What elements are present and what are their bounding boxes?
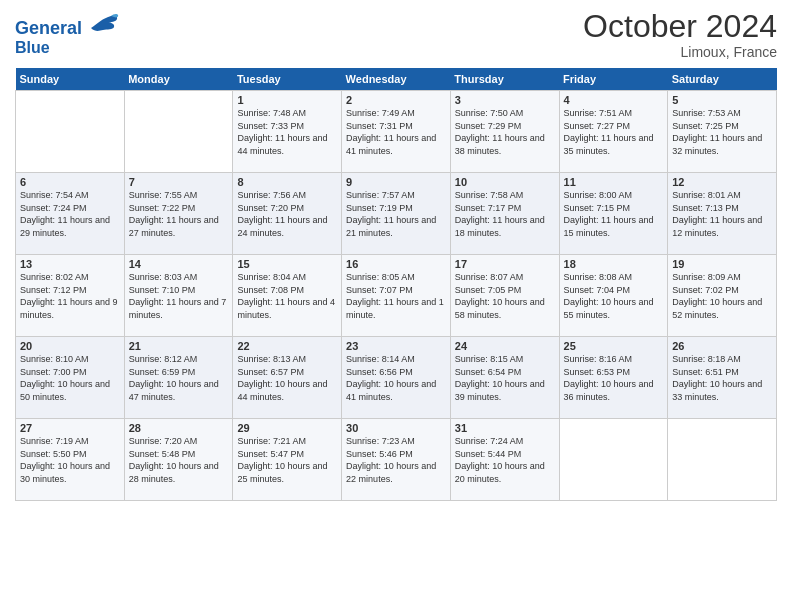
calendar-cell: 27Sunrise: 7:19 AM Sunset: 5:50 PM Dayli…: [16, 419, 125, 501]
day-detail: Sunrise: 8:13 AM Sunset: 6:57 PM Dayligh…: [237, 353, 337, 403]
logo-general: General: [15, 18, 82, 38]
calendar-cell: 22Sunrise: 8:13 AM Sunset: 6:57 PM Dayli…: [233, 337, 342, 419]
day-detail: Sunrise: 8:08 AM Sunset: 7:04 PM Dayligh…: [564, 271, 664, 321]
logo-text: General: [15, 10, 119, 39]
calendar-cell: 20Sunrise: 8:10 AM Sunset: 7:00 PM Dayli…: [16, 337, 125, 419]
day-number: 2: [346, 94, 446, 106]
day-detail: Sunrise: 7:48 AM Sunset: 7:33 PM Dayligh…: [237, 107, 337, 157]
day-detail: Sunrise: 8:12 AM Sunset: 6:59 PM Dayligh…: [129, 353, 229, 403]
day-detail: Sunrise: 7:23 AM Sunset: 5:46 PM Dayligh…: [346, 435, 446, 485]
day-detail: Sunrise: 7:56 AM Sunset: 7:20 PM Dayligh…: [237, 189, 337, 239]
day-detail: Sunrise: 8:00 AM Sunset: 7:15 PM Dayligh…: [564, 189, 664, 239]
calendar-cell: 19Sunrise: 8:09 AM Sunset: 7:02 PM Dayli…: [668, 255, 777, 337]
day-detail: Sunrise: 7:57 AM Sunset: 7:19 PM Dayligh…: [346, 189, 446, 239]
day-number: 31: [455, 422, 555, 434]
day-header-sunday: Sunday: [16, 68, 125, 91]
calendar-cell: [668, 419, 777, 501]
day-detail: Sunrise: 8:16 AM Sunset: 6:53 PM Dayligh…: [564, 353, 664, 403]
day-number: 10: [455, 176, 555, 188]
day-number: 19: [672, 258, 772, 270]
day-number: 5: [672, 94, 772, 106]
day-number: 22: [237, 340, 337, 352]
calendar-cell: 9Sunrise: 7:57 AM Sunset: 7:19 PM Daylig…: [342, 173, 451, 255]
day-detail: Sunrise: 7:49 AM Sunset: 7:31 PM Dayligh…: [346, 107, 446, 157]
day-detail: Sunrise: 7:51 AM Sunset: 7:27 PM Dayligh…: [564, 107, 664, 157]
calendar-cell: 17Sunrise: 8:07 AM Sunset: 7:05 PM Dayli…: [450, 255, 559, 337]
day-number: 11: [564, 176, 664, 188]
day-detail: Sunrise: 7:58 AM Sunset: 7:17 PM Dayligh…: [455, 189, 555, 239]
calendar-cell: [124, 91, 233, 173]
calendar-cell: 16Sunrise: 8:05 AM Sunset: 7:07 PM Dayli…: [342, 255, 451, 337]
calendar-cell: 14Sunrise: 8:03 AM Sunset: 7:10 PM Dayli…: [124, 255, 233, 337]
title-area: October 2024 Limoux, France: [583, 10, 777, 60]
day-detail: Sunrise: 7:20 AM Sunset: 5:48 PM Dayligh…: [129, 435, 229, 485]
calendar-cell: 30Sunrise: 7:23 AM Sunset: 5:46 PM Dayli…: [342, 419, 451, 501]
day-detail: Sunrise: 8:10 AM Sunset: 7:00 PM Dayligh…: [20, 353, 120, 403]
day-number: 23: [346, 340, 446, 352]
day-number: 24: [455, 340, 555, 352]
day-detail: Sunrise: 7:19 AM Sunset: 5:50 PM Dayligh…: [20, 435, 120, 485]
day-number: 3: [455, 94, 555, 106]
day-header-tuesday: Tuesday: [233, 68, 342, 91]
calendar-cell: 12Sunrise: 8:01 AM Sunset: 7:13 PM Dayli…: [668, 173, 777, 255]
calendar-cell: 2Sunrise: 7:49 AM Sunset: 7:31 PM Daylig…: [342, 91, 451, 173]
day-detail: Sunrise: 8:07 AM Sunset: 7:05 PM Dayligh…: [455, 271, 555, 321]
day-detail: Sunrise: 8:05 AM Sunset: 7:07 PM Dayligh…: [346, 271, 446, 321]
day-detail: Sunrise: 7:24 AM Sunset: 5:44 PM Dayligh…: [455, 435, 555, 485]
day-header-friday: Friday: [559, 68, 668, 91]
logo: General Blue: [15, 10, 119, 56]
calendar-cell: 6Sunrise: 7:54 AM Sunset: 7:24 PM Daylig…: [16, 173, 125, 255]
day-number: 13: [20, 258, 120, 270]
calendar-cell: 15Sunrise: 8:04 AM Sunset: 7:08 PM Dayli…: [233, 255, 342, 337]
day-number: 30: [346, 422, 446, 434]
day-number: 16: [346, 258, 446, 270]
day-number: 6: [20, 176, 120, 188]
day-number: 9: [346, 176, 446, 188]
calendar-cell: 13Sunrise: 8:02 AM Sunset: 7:12 PM Dayli…: [16, 255, 125, 337]
calendar-cell: 10Sunrise: 7:58 AM Sunset: 7:17 PM Dayli…: [450, 173, 559, 255]
calendar-cell: 1Sunrise: 7:48 AM Sunset: 7:33 PM Daylig…: [233, 91, 342, 173]
calendar-cell: [559, 419, 668, 501]
calendar-cell: 3Sunrise: 7:50 AM Sunset: 7:29 PM Daylig…: [450, 91, 559, 173]
day-number: 1: [237, 94, 337, 106]
calendar-cell: 4Sunrise: 7:51 AM Sunset: 7:27 PM Daylig…: [559, 91, 668, 173]
day-number: 26: [672, 340, 772, 352]
day-detail: Sunrise: 8:14 AM Sunset: 6:56 PM Dayligh…: [346, 353, 446, 403]
day-detail: Sunrise: 8:02 AM Sunset: 7:12 PM Dayligh…: [20, 271, 120, 321]
calendar-cell: 23Sunrise: 8:14 AM Sunset: 6:56 PM Dayli…: [342, 337, 451, 419]
day-detail: Sunrise: 7:53 AM Sunset: 7:25 PM Dayligh…: [672, 107, 772, 157]
day-number: 14: [129, 258, 229, 270]
day-detail: Sunrise: 8:04 AM Sunset: 7:08 PM Dayligh…: [237, 271, 337, 321]
week-row-4: 20Sunrise: 8:10 AM Sunset: 7:00 PM Dayli…: [16, 337, 777, 419]
day-number: 4: [564, 94, 664, 106]
day-detail: Sunrise: 7:55 AM Sunset: 7:22 PM Dayligh…: [129, 189, 229, 239]
calendar-cell: 31Sunrise: 7:24 AM Sunset: 5:44 PM Dayli…: [450, 419, 559, 501]
day-number: 21: [129, 340, 229, 352]
day-detail: Sunrise: 8:18 AM Sunset: 6:51 PM Dayligh…: [672, 353, 772, 403]
day-header-monday: Monday: [124, 68, 233, 91]
calendar-table: SundayMondayTuesdayWednesdayThursdayFrid…: [15, 68, 777, 501]
day-number: 15: [237, 258, 337, 270]
day-number: 27: [20, 422, 120, 434]
day-header-saturday: Saturday: [668, 68, 777, 91]
logo-blue: Blue: [15, 39, 119, 57]
header: General Blue October 2024 Limoux, France: [15, 10, 777, 60]
calendar-cell: [16, 91, 125, 173]
week-row-1: 1Sunrise: 7:48 AM Sunset: 7:33 PM Daylig…: [16, 91, 777, 173]
calendar-cell: 24Sunrise: 8:15 AM Sunset: 6:54 PM Dayli…: [450, 337, 559, 419]
logo-bird-icon: [89, 10, 119, 34]
day-number: 7: [129, 176, 229, 188]
day-number: 25: [564, 340, 664, 352]
header-row: SundayMondayTuesdayWednesdayThursdayFrid…: [16, 68, 777, 91]
day-detail: Sunrise: 7:50 AM Sunset: 7:29 PM Dayligh…: [455, 107, 555, 157]
calendar-cell: 18Sunrise: 8:08 AM Sunset: 7:04 PM Dayli…: [559, 255, 668, 337]
day-header-thursday: Thursday: [450, 68, 559, 91]
calendar-cell: 7Sunrise: 7:55 AM Sunset: 7:22 PM Daylig…: [124, 173, 233, 255]
day-detail: Sunrise: 8:09 AM Sunset: 7:02 PM Dayligh…: [672, 271, 772, 321]
day-number: 17: [455, 258, 555, 270]
day-number: 28: [129, 422, 229, 434]
day-number: 20: [20, 340, 120, 352]
day-detail: Sunrise: 7:21 AM Sunset: 5:47 PM Dayligh…: [237, 435, 337, 485]
calendar-cell: 21Sunrise: 8:12 AM Sunset: 6:59 PM Dayli…: [124, 337, 233, 419]
calendar-cell: 11Sunrise: 8:00 AM Sunset: 7:15 PM Dayli…: [559, 173, 668, 255]
